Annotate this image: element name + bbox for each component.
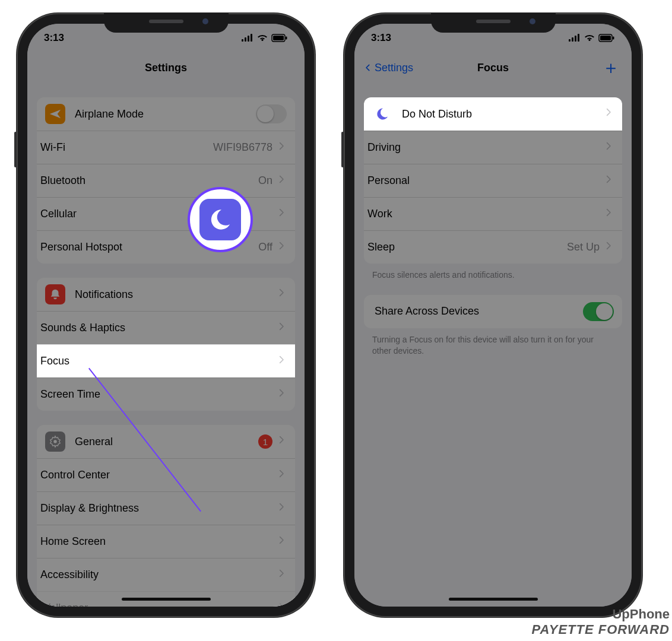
- notch: [104, 13, 229, 33]
- svg-rect-34: [578, 34, 579, 42]
- row-label: Control Center: [40, 469, 277, 481]
- status-time: 3:13: [44, 32, 64, 44]
- row-detail: Set Up: [567, 241, 600, 253]
- chevron-back-icon: [364, 61, 372, 74]
- row-sounds[interactable]: Sounds & Haptics: [37, 311, 295, 344]
- row-sleep[interactable]: Sleep Set Up: [364, 230, 622, 264]
- row-personal[interactable]: Personal: [364, 164, 622, 197]
- row-wifi[interactable]: Wi-Fi WIFI9B6778: [37, 131, 295, 164]
- airplane-toggle[interactable]: [256, 104, 287, 123]
- nav-header: Settings Focus ＋: [354, 52, 632, 83]
- focus-modes-group: Do Not Disturb Driving Personal Work: [364, 97, 622, 264]
- svg-rect-36: [600, 36, 611, 40]
- row-cellular[interactable]: Cellular: [37, 197, 295, 230]
- airplane-icon: [45, 104, 65, 124]
- row-share-across-devices[interactable]: Share Across Devices: [364, 295, 622, 328]
- phone-left: 3:13 Settings Airplane Mode Wi-: [17, 13, 315, 617]
- moon-icon: [199, 199, 241, 240]
- chevron-icon: [604, 106, 614, 122]
- chevron-icon: [277, 239, 287, 256]
- nav-header: Settings: [27, 52, 305, 83]
- row-notifications[interactable]: Notifications: [37, 278, 295, 311]
- chevron-icon: [277, 286, 287, 303]
- chevron-icon: [277, 534, 287, 550]
- chevron-icon: [277, 206, 287, 223]
- row-label: Accessibility: [40, 569, 277, 581]
- share-group: Share Across Devices: [364, 295, 622, 328]
- row-label: Driving: [367, 141, 604, 154]
- wifi-icon: [584, 34, 595, 42]
- row-wallpaper[interactable]: Wallpaper: [37, 591, 295, 607]
- chevron-icon: [604, 139, 614, 156]
- chevron-icon: [604, 239, 614, 256]
- chevron-icon: [277, 139, 287, 156]
- row-label: Do Not Disturb: [402, 108, 604, 120]
- row-airplane-mode[interactable]: Airplane Mode: [37, 97, 295, 131]
- moon-icon: [372, 107, 392, 121]
- gear-icon: [45, 431, 65, 452]
- row-label: Airplane Mode: [75, 108, 256, 120]
- row-homescreen[interactable]: Home Screen: [37, 525, 295, 558]
- callout-bubble: [188, 187, 253, 252]
- row-label: Display & Brightness: [40, 502, 277, 515]
- status-time: 3:13: [371, 32, 391, 44]
- row-driving[interactable]: Driving: [364, 131, 622, 164]
- svg-rect-24: [242, 39, 243, 42]
- row-focus[interactable]: Focus: [37, 344, 295, 377]
- svg-rect-25: [245, 37, 246, 42]
- svg-rect-37: [613, 37, 614, 40]
- chevron-icon: [604, 173, 614, 189]
- row-label: Focus: [40, 355, 277, 367]
- row-dnd[interactable]: Do Not Disturb: [364, 97, 622, 131]
- row-label: Wallpaper: [40, 602, 277, 607]
- wifi-icon: [257, 34, 268, 42]
- row-bluetooth[interactable]: Bluetooth On: [37, 164, 295, 197]
- row-detail: Off: [258, 241, 272, 253]
- row-general[interactable]: General 1: [37, 425, 295, 458]
- row-work[interactable]: Work: [364, 197, 622, 230]
- row-label: Bluetooth: [40, 174, 258, 187]
- status-right: [242, 34, 288, 42]
- svg-rect-26: [248, 36, 249, 42]
- settings-group-connectivity: Airplane Mode Wi-Fi WIFI9B6778 Bluetooth…: [37, 97, 295, 264]
- footer-note: Turning a Focus on for this device will …: [372, 334, 614, 357]
- row-label: Sleep: [367, 241, 567, 253]
- chevron-icon: [277, 567, 287, 583]
- row-accessibility[interactable]: Accessibility: [37, 558, 295, 591]
- row-label: Notifications: [75, 288, 277, 301]
- page-title: Settings: [145, 62, 187, 74]
- back-button[interactable]: Settings: [364, 52, 413, 83]
- status-right: [569, 34, 615, 42]
- add-button[interactable]: ＋: [602, 52, 620, 83]
- row-label: Share Across Devices: [375, 305, 583, 318]
- share-toggle[interactable]: [583, 302, 614, 321]
- row-label: Sounds & Haptics: [40, 322, 277, 334]
- chevron-icon: [277, 353, 287, 370]
- footer-note: Focus silences alerts and notifications.: [372, 269, 614, 281]
- row-screentime[interactable]: Screen Time: [37, 377, 295, 411]
- svg-rect-27: [251, 34, 252, 42]
- chevron-icon: [277, 386, 287, 403]
- badge-count: 1: [258, 434, 272, 449]
- notch: [431, 13, 556, 33]
- row-label: General: [75, 436, 258, 448]
- svg-rect-33: [575, 36, 576, 42]
- row-display[interactable]: Display & Brightness: [37, 491, 295, 525]
- signal-icon: [569, 34, 581, 42]
- row-detail: WIFI9B6778: [213, 141, 272, 154]
- home-indicator[interactable]: [449, 598, 538, 601]
- battery-icon: [598, 34, 615, 42]
- chevron-icon: [604, 206, 614, 223]
- chevron-icon: [277, 600, 287, 607]
- row-label: Personal: [367, 174, 604, 187]
- row-label: Screen Time: [40, 388, 277, 401]
- row-label: Wi-Fi: [40, 141, 213, 154]
- chevron-icon: [277, 173, 287, 189]
- page-title: Focus: [477, 62, 509, 74]
- row-label: Work: [367, 208, 604, 220]
- row-controlcenter[interactable]: Control Center: [37, 458, 295, 491]
- phone-right: 3:13 Settings Focus ＋ Do Not Distu: [344, 13, 642, 617]
- row-hotspot[interactable]: Personal Hotspot Off: [37, 230, 295, 264]
- chevron-icon: [277, 500, 287, 517]
- bell-icon: [45, 284, 65, 304]
